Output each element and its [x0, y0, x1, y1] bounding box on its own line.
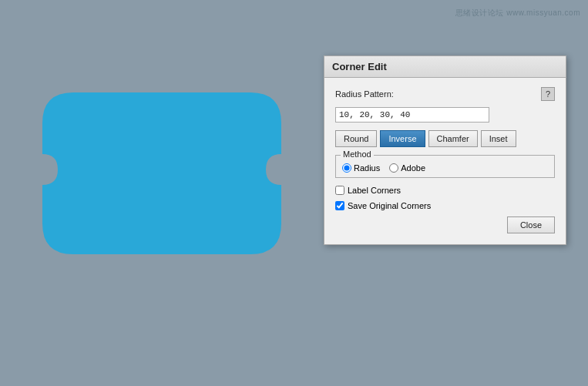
- radius-radio-text: Radius: [354, 163, 380, 173]
- watermark-text: 思绪设计论坛 www.missyuan.com: [455, 8, 580, 18]
- close-button[interactable]: Close: [507, 216, 555, 233]
- shape-preview: [42, 92, 281, 254]
- dialog-title: Corner Edit: [332, 61, 387, 72]
- corner-type-buttons: Round Inverse Chamfer Inset: [335, 130, 555, 147]
- corner-edit-dialog: Corner Edit Radius Pattern: ? Round Inve…: [324, 55, 566, 245]
- radius-pattern-input[interactable]: [335, 107, 489, 123]
- radius-radio[interactable]: [342, 163, 351, 173]
- dialog-titlebar: Corner Edit: [324, 56, 566, 78]
- round-button[interactable]: Round: [335, 130, 377, 147]
- chamfer-button[interactable]: Chamfer: [428, 130, 478, 147]
- method-group: Method Radius Adobe: [335, 155, 555, 178]
- adobe-radio[interactable]: [389, 163, 398, 173]
- close-row: Close: [335, 216, 555, 233]
- label-corners-row: Label Corners: [335, 186, 555, 195]
- inset-button[interactable]: Inset: [481, 130, 516, 147]
- adobe-radio-label[interactable]: Adobe: [389, 163, 425, 173]
- radius-pattern-label: Radius Pattern:: [335, 89, 394, 99]
- save-original-checkbox[interactable]: [335, 201, 344, 210]
- label-corners-checkbox[interactable]: [335, 186, 344, 195]
- save-original-row: Save Original Corners: [335, 201, 555, 210]
- help-button[interactable]: ?: [541, 87, 555, 101]
- radius-pattern-row: Radius Pattern: ?: [335, 87, 555, 101]
- inverse-button[interactable]: Inverse: [380, 130, 425, 147]
- radius-input-row: [335, 107, 555, 123]
- save-original-label: Save Original Corners: [348, 201, 431, 210]
- radius-radio-label[interactable]: Radius: [342, 163, 380, 173]
- adobe-radio-text: Adobe: [401, 163, 425, 173]
- method-radio-row: Radius Adobe: [342, 163, 548, 173]
- label-corners-label: Label Corners: [348, 186, 401, 195]
- method-group-label: Method: [341, 149, 374, 159]
